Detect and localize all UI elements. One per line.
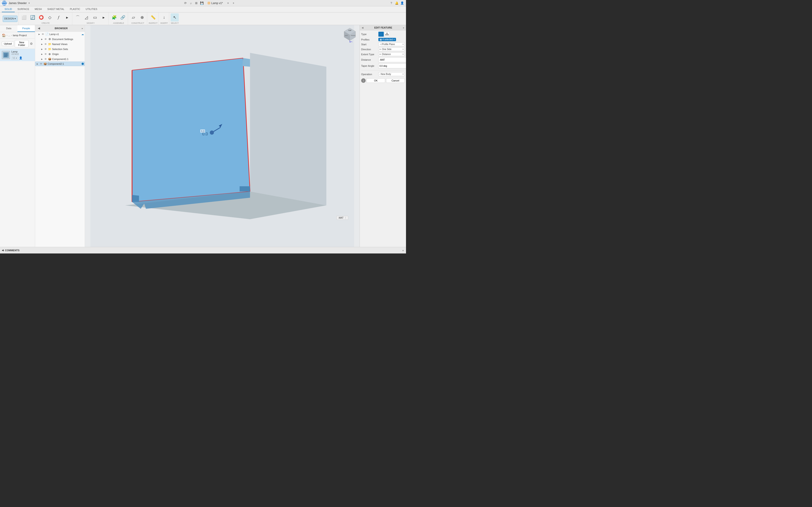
create-extrude-btn[interactable]: ⬜ bbox=[20, 13, 28, 21]
tab-data[interactable]: Data bbox=[0, 25, 17, 32]
create-formula-btn[interactable]: 𝑓 bbox=[54, 13, 62, 21]
tree-item-selection-sets[interactable]: ▶ 👁 📁 Selection Sets bbox=[35, 47, 85, 52]
ef-operation-dropdown[interactable]: ▫ New Body ▾ bbox=[378, 72, 405, 76]
create-revolve-btn[interactable]: 🔄 bbox=[29, 13, 37, 21]
tab-utilities[interactable]: UTILITIES bbox=[83, 6, 100, 12]
tab-plastic[interactable]: PLASTIC bbox=[67, 6, 83, 12]
ef-taper-input[interactable] bbox=[378, 63, 406, 68]
user-avatar[interactable]: James Sheeler bbox=[2, 1, 7, 6]
ef-profiles-row: Profiles ▦ 4 selected × bbox=[361, 38, 405, 41]
tree-arrow-views-icon: ▶ bbox=[41, 43, 43, 46]
tree-item-doc-settings[interactable]: ▶ 👁 ⚙ Document Settings bbox=[35, 37, 85, 42]
construct-axis-btn[interactable]: ⊕ bbox=[138, 13, 146, 21]
tree-item-named-views[interactable]: ▶ 👁 📁 Named Views bbox=[35, 42, 85, 47]
tab-title: 🔆 Lamp v1* bbox=[207, 1, 223, 5]
tree-item-origin[interactable]: ▶ 👁 ⊕ Origin bbox=[35, 52, 85, 57]
ef-distance-input[interactable] bbox=[378, 58, 406, 62]
tree-item-lamp-v1[interactable]: ▶ 👁 📄 Lamp v1 ☁ bbox=[35, 32, 85, 37]
breadcrumb-ellipsis[interactable]: ... bbox=[8, 34, 10, 37]
eye-views-icon[interactable]: 👁 bbox=[44, 43, 47, 46]
ef-direction-label: Direction bbox=[361, 48, 377, 51]
file-actions: Upload New Folder ⚙ bbox=[0, 39, 35, 49]
eye-origin-icon[interactable]: 👁 bbox=[44, 53, 47, 56]
comments-collapse-icon[interactable]: ◀ bbox=[2, 249, 4, 251]
tab-mesh[interactable]: MESH bbox=[32, 6, 45, 12]
ef-type-btn2[interactable] bbox=[384, 32, 390, 37]
modify-label: MODIFY bbox=[87, 22, 95, 24]
modify-fillet-btn[interactable]: ⌒ bbox=[73, 13, 82, 21]
svg-text:LEFT: LEFT bbox=[345, 35, 348, 36]
ef-direction-dropdown-arrow: ▾ bbox=[403, 48, 404, 50]
account-button[interactable]: 👤 bbox=[400, 1, 404, 5]
insert-derive-btn[interactable]: ↓ bbox=[160, 13, 168, 21]
tab-people[interactable]: People bbox=[17, 25, 35, 32]
eye-comp2-icon[interactable]: 👁 bbox=[39, 62, 43, 65]
design-dropdown[interactable]: DESIGN ▾ bbox=[3, 16, 17, 22]
settings-icon[interactable]: ⚙ bbox=[30, 42, 33, 46]
title-bar: James Sheeler James Sheeler ▾ ⟳ ⌕ ⊞ 💾 🔆 … bbox=[0, 0, 406, 6]
search-button[interactable]: ⌕ bbox=[189, 1, 193, 5]
refresh-button[interactable]: ⟳ bbox=[184, 1, 188, 5]
ef-start-dropdown[interactable]: ⊣ Profile Plane ▾ bbox=[378, 42, 405, 46]
ef-extent-dropdown[interactable]: ⊢ Distance ▾ bbox=[378, 52, 405, 56]
tree-arrow-sets-icon: ▶ bbox=[41, 48, 43, 51]
save-button[interactable]: 💾 bbox=[200, 1, 204, 5]
select-btn[interactable]: ↖ bbox=[170, 13, 179, 21]
inspect-measure-btn[interactable]: 📏 bbox=[149, 13, 157, 21]
file-name: Lamp bbox=[11, 50, 33, 53]
eye-comp1-icon[interactable]: 👁 bbox=[44, 57, 47, 61]
tab-close-button[interactable]: × bbox=[226, 1, 230, 5]
create-loft-btn[interactable]: ◇ bbox=[46, 13, 54, 21]
settings-doc-icon: ⚙ bbox=[48, 37, 51, 41]
ef-type-control bbox=[378, 32, 405, 37]
create-sweep-btn[interactable]: ⭕ bbox=[37, 13, 45, 21]
svg-marker-30 bbox=[386, 33, 389, 35]
nav-cube[interactable]: TOP LEFT FRONT Z bbox=[342, 27, 358, 43]
modify-shell-btn[interactable]: ▭ bbox=[91, 13, 99, 21]
tab-solid[interactable]: SOLID bbox=[2, 6, 15, 12]
apps-button[interactable]: ⊞ bbox=[194, 1, 198, 5]
eye-doc-icon[interactable]: 👁 bbox=[44, 38, 47, 41]
notification-button[interactable]: 🔔 bbox=[395, 1, 399, 5]
tab-sheet-metal[interactable]: SHEET METAL bbox=[45, 6, 67, 12]
browser-expand-icon[interactable]: ▸ bbox=[82, 27, 83, 30]
ef-profiles-clear[interactable]: × bbox=[394, 38, 395, 41]
eye-icon[interactable]: 👁 bbox=[41, 33, 44, 36]
breadcrumb-project[interactable]: lamp Project bbox=[13, 34, 27, 37]
create-more-btn[interactable]: ▸ bbox=[63, 13, 71, 21]
ef-direction-dropdown[interactable]: ⊢ One Side ▾ bbox=[378, 47, 405, 51]
upload-button[interactable]: Upload bbox=[2, 42, 14, 46]
profiles-icon: ▦ bbox=[380, 38, 382, 41]
ef-type-btn1[interactable] bbox=[378, 32, 384, 37]
svg-marker-14 bbox=[242, 58, 250, 66]
mat-more-icon[interactable]: ⋮ bbox=[344, 217, 347, 219]
modify-chamfer-btn[interactable]: ◿ bbox=[82, 13, 90, 21]
tree-arrow-comp2-icon: ▶ bbox=[36, 62, 39, 65]
modify-more-btn[interactable]: ▸ bbox=[99, 13, 108, 21]
new-tab-button[interactable]: + bbox=[232, 1, 236, 5]
viewport[interactable]: 0.0 0.0 -MAT ⋮ TOP LEFT FRONT bbox=[85, 25, 360, 247]
eye-sets-icon[interactable]: 👁 bbox=[44, 48, 47, 51]
right-panel-more-icon[interactable]: ▸ bbox=[403, 26, 404, 29]
tree-label-doc-settings: Document Settings bbox=[52, 38, 84, 41]
right-panel-expand-icon[interactable]: ◀ bbox=[362, 26, 363, 29]
assemble-new-btn[interactable]: 🧩 bbox=[110, 13, 118, 21]
tree-item-component2[interactable]: ▶ 👁 📦 Component2:1 bbox=[35, 62, 85, 66]
file-version[interactable]: V1 ▾ bbox=[11, 56, 18, 60]
assemble-joint-btn[interactable]: 🔗 bbox=[119, 13, 127, 21]
construct-plane-btn[interactable]: ▱ bbox=[130, 13, 138, 21]
browser-collapse-icon[interactable]: ◀ bbox=[37, 26, 41, 30]
tree-item-component1[interactable]: ▶ 👁 📦 Component1:1 bbox=[35, 57, 85, 62]
tab-surface[interactable]: SURFACE bbox=[15, 6, 32, 12]
chevron-down-icon[interactable]: ▾ bbox=[29, 2, 30, 4]
file-item-lamp[interactable]: Lamp 2/23/22 V1 ▾ 👤 bbox=[0, 49, 35, 61]
comments-expand-icon[interactable]: ▲ bbox=[402, 249, 404, 251]
ef-cancel-button[interactable]: Cancel bbox=[386, 78, 405, 83]
ef-info-button[interactable]: i bbox=[361, 78, 366, 83]
help-button[interactable]: ? bbox=[389, 1, 393, 5]
home-icon[interactable]: 🏠 bbox=[2, 34, 6, 37]
toolbar: DESIGN ▾ ⬜ 🔄 ⭕ ◇ 𝑓 ▸ CREATE bbox=[0, 12, 406, 25]
new-folder-button[interactable]: New Folder bbox=[15, 40, 29, 47]
ef-profiles-label: Profiles bbox=[361, 38, 377, 41]
ef-ok-button[interactable]: OK bbox=[367, 78, 385, 83]
